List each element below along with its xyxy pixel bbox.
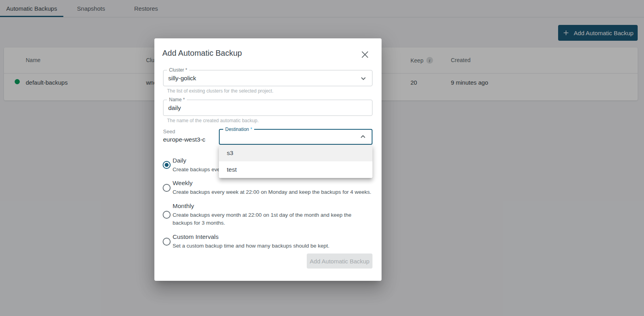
cluster-select-value: silly-golick <box>168 70 196 86</box>
radio-weekly-label[interactable]: Weekly <box>173 180 193 187</box>
radio-daily[interactable] <box>163 161 171 169</box>
radio-monthly-description: Create backups every month at 22:00 on 1… <box>173 211 372 227</box>
name-helper-text: The name of the created automatic backup… <box>167 118 258 123</box>
required-asterisk: * <box>250 127 252 132</box>
destination-option-test[interactable]: test <box>219 161 372 178</box>
destination-select-label: Destination * <box>223 127 254 132</box>
seed-label: Seed <box>163 129 175 134</box>
page: Automatic Backups Snapshots Restores Add… <box>0 0 644 316</box>
name-field[interactable]: Name * daily <box>163 100 372 116</box>
submit-add-automatic-backup-button[interactable]: Add Automatic Backup <box>307 254 372 269</box>
cluster-helper-text: The list of existing clusters for the se… <box>167 88 274 94</box>
destination-select[interactable]: Destination * <box>219 129 372 145</box>
chevron-up-icon <box>358 132 368 142</box>
close-icon[interactable] <box>360 49 370 60</box>
dialog-title: Add Automatic Backup <box>162 49 242 58</box>
radio-daily-label[interactable]: Daily <box>173 157 186 164</box>
radio-weekly-description: Create backups every week at 22:00 on Mo… <box>173 188 372 196</box>
radio-monthly[interactable] <box>163 211 171 219</box>
destination-option-s3[interactable]: s3 <box>219 145 372 161</box>
chevron-down-icon <box>359 74 368 83</box>
seed-value: europe-west3-c <box>163 136 205 143</box>
radio-custom-intervals[interactable] <box>163 238 171 246</box>
name-field-value: daily <box>168 100 181 115</box>
destination-dropdown-menu: s3 test <box>219 145 372 178</box>
radio-custom-intervals-description: Set a custom backup time and how many ba… <box>173 242 372 250</box>
radio-weekly[interactable] <box>163 184 171 192</box>
radio-monthly-label[interactable]: Monthly <box>173 202 194 210</box>
cluster-select[interactable]: Cluster * silly-golick <box>163 70 372 86</box>
radio-custom-intervals-label[interactable]: Custom Intervals <box>173 233 218 240</box>
